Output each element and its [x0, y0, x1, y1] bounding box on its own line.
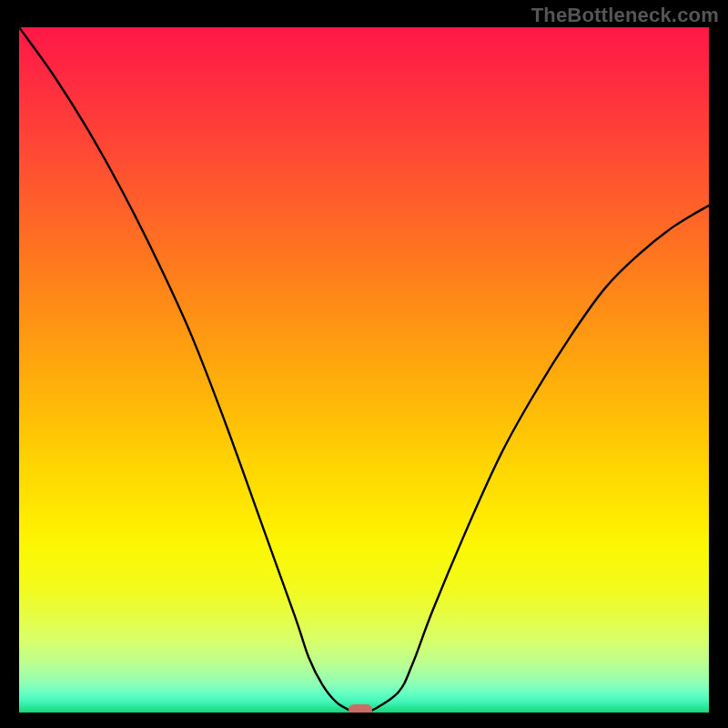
plot-area — [19, 27, 709, 713]
watermark-label: TheBottleneck.com — [531, 4, 719, 27]
optimal-marker — [349, 704, 372, 713]
bottleneck-curve — [19, 27, 709, 713]
bottleneck-curve-svg — [19, 27, 709, 713]
chart-frame: TheBottleneck.com — [0, 0, 728, 728]
